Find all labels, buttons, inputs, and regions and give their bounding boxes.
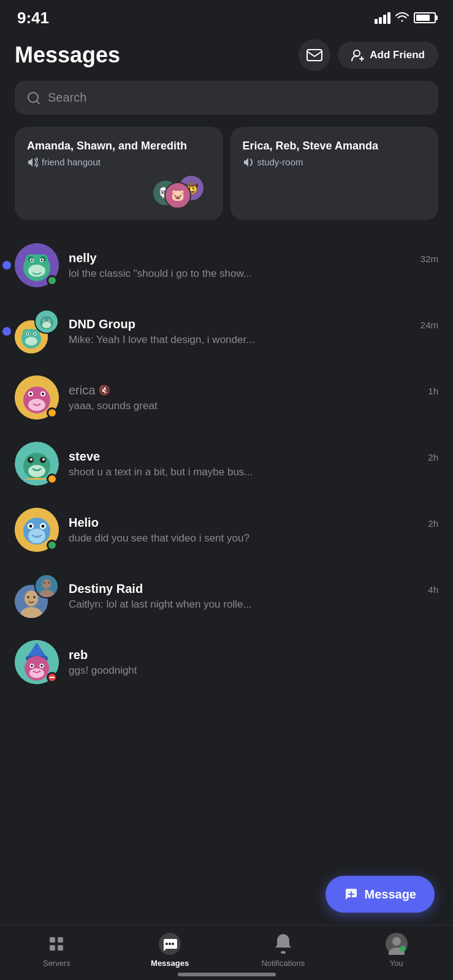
conversation-item-dnd-group[interactable]: DND Group 24m Mike: Yeah I love that des… — [0, 298, 453, 364]
you-icon — [386, 933, 408, 955]
conv-name-reb: reb — [69, 648, 88, 662]
conv-time-helio: 2h — [428, 518, 438, 529]
nav-label-notifications: Notifications — [261, 959, 305, 968]
svg-rect-70 — [50, 937, 55, 943]
voice-room-name-1: friend hangout — [42, 157, 101, 167]
conv-name-steve: steve — [69, 450, 100, 464]
avatar-destiny-secondary — [34, 574, 59, 598]
nav-item-servers[interactable]: Servers — [32, 933, 81, 968]
voice-room-subtitle-1: friend hangout — [27, 157, 211, 167]
speaker-icon — [27, 157, 38, 167]
nav-label-you: You — [390, 959, 403, 968]
conv-content-steve: steve 2h shoot u a text in a bit, but i … — [69, 450, 438, 478]
conversation-item-destiny[interactable]: Destiny Raid 4h Caitlyn: lol at last nig… — [0, 563, 453, 629]
avatar-wrap-helio — [15, 508, 59, 552]
signal-icon — [375, 12, 390, 24]
svg-point-13 — [41, 260, 43, 262]
nav-item-you[interactable]: You — [372, 933, 421, 968]
conv-top-erica: erica 🔇 1h — [69, 383, 438, 398]
conv-time-nelly: 32m — [421, 254, 438, 264]
conv-name-helio: Helio — [69, 516, 99, 530]
battery-icon — [414, 12, 436, 23]
svg-rect-0 — [307, 50, 322, 61]
svg-point-59 — [44, 582, 45, 584]
new-message-fab[interactable]: Message — [325, 876, 435, 913]
svg-point-76 — [169, 943, 171, 945]
voice-avatar-1c: 🐷 — [164, 182, 191, 209]
status-icons — [375, 11, 436, 25]
search-placeholder: Search — [48, 91, 86, 105]
voice-room-card-1[interactable]: Amanda, Shawn, and Meredith friend hango… — [15, 127, 223, 220]
conv-top-destiny: Destiny Raid 4h — [69, 582, 438, 596]
conv-preview-steve: shoot u a text in a bit, but i maybe bus… — [69, 466, 363, 478]
svg-point-82 — [400, 946, 406, 952]
svg-point-50 — [42, 525, 45, 528]
status-dot-helio — [47, 540, 58, 551]
conversation-item-nelly[interactable]: nelly 32m lol the classic "should i go t… — [0, 232, 453, 298]
new-message-icon — [344, 887, 359, 902]
search-bar[interactable]: Search — [15, 81, 438, 115]
conv-time-destiny: 4h — [428, 584, 438, 595]
svg-point-43 — [42, 458, 45, 461]
conv-name-nelly: nelly — [69, 251, 97, 265]
conv-preview-dnd: Mike: Yeah I love that design, i wonder.… — [69, 334, 363, 346]
conv-name-erica: erica 🔇 — [69, 383, 110, 398]
svg-point-77 — [172, 943, 174, 945]
svg-point-16 — [23, 329, 30, 336]
svg-point-80 — [392, 937, 401, 946]
svg-point-57 — [42, 579, 51, 589]
nav-item-messages[interactable]: Messages — [145, 933, 194, 968]
speaker-icon-2 — [243, 157, 254, 167]
fab-label: Message — [365, 888, 417, 902]
messages-icon — [159, 933, 181, 955]
conv-top-dnd: DND Group 24m — [69, 317, 438, 331]
conv-content-helio: Helio 2h dude did you see that video i s… — [69, 516, 438, 545]
avatar-wrap-destiny — [15, 574, 59, 618]
conv-content-erica: erica 🔇 1h yaaa, sounds great — [69, 383, 438, 412]
status-time: 9:41 — [17, 9, 49, 28]
conv-time-dnd: 24m — [421, 320, 438, 330]
svg-point-55 — [33, 596, 36, 598]
mail-button[interactable] — [299, 39, 330, 71]
svg-rect-72 — [50, 945, 55, 951]
nav-item-notifications[interactable]: Notifications — [259, 933, 308, 968]
svg-rect-78 — [281, 951, 286, 954]
svg-point-42 — [30, 458, 32, 461]
add-friend-button[interactable]: Add Friend — [338, 42, 438, 69]
svg-rect-73 — [58, 945, 63, 951]
svg-point-36 — [42, 393, 44, 395]
avatar-group-destiny — [15, 574, 59, 618]
bottom-nav: Servers Messages Notifications — [0, 925, 453, 980]
muted-icon-erica: 🔇 — [99, 385, 110, 396]
conv-preview-erica: yaaa, sounds great — [69, 400, 363, 412]
search-container: Search — [0, 81, 453, 127]
svg-point-12 — [31, 260, 33, 262]
voice-room-card-2[interactable]: Erica, Reb, Steve Amanda study-room — [230, 127, 439, 220]
svg-point-28 — [44, 320, 45, 322]
status-bar: 9:41 — [0, 0, 453, 32]
conversation-item-helio[interactable]: Helio 2h dude did you see that video i s… — [0, 497, 453, 563]
conv-preview-helio: dude did you see that video i sent you? — [69, 532, 363, 545]
voice-room-title-1: Amanda, Shawn, and Meredith — [27, 139, 211, 153]
conv-name-destiny: Destiny Raid — [69, 582, 143, 596]
unread-indicator-nelly — [2, 261, 11, 270]
avatar-group-dnd — [15, 309, 59, 353]
conv-preview-reb: ggs! goodnight — [69, 665, 363, 677]
search-icon — [27, 91, 40, 105]
conversation-item-reb[interactable]: reb ggs! goodnight — [0, 629, 453, 695]
avatar-dnd-secondary — [34, 309, 59, 334]
conv-content-dnd: DND Group 24m Mike: Yeah I love that des… — [69, 317, 438, 346]
avatar-wrap-reb — [15, 640, 59, 684]
home-indicator — [178, 973, 276, 976]
svg-point-21 — [27, 333, 28, 334]
conversation-list: nelly 32m lol the classic "should i go t… — [0, 232, 453, 701]
svg-point-75 — [166, 943, 168, 945]
conversation-item-steve[interactable]: steve 2h shoot u a text in a bit, but i … — [0, 431, 453, 497]
svg-point-68 — [31, 665, 33, 668]
svg-point-35 — [29, 393, 32, 395]
conv-top-reb: reb — [69, 648, 438, 662]
status-dot-erica — [47, 407, 58, 418]
svg-rect-71 — [58, 937, 63, 943]
status-dot-reb — [47, 672, 58, 683]
conversation-item-erica[interactable]: erica 🔇 1h yaaa, sounds great — [0, 364, 453, 431]
